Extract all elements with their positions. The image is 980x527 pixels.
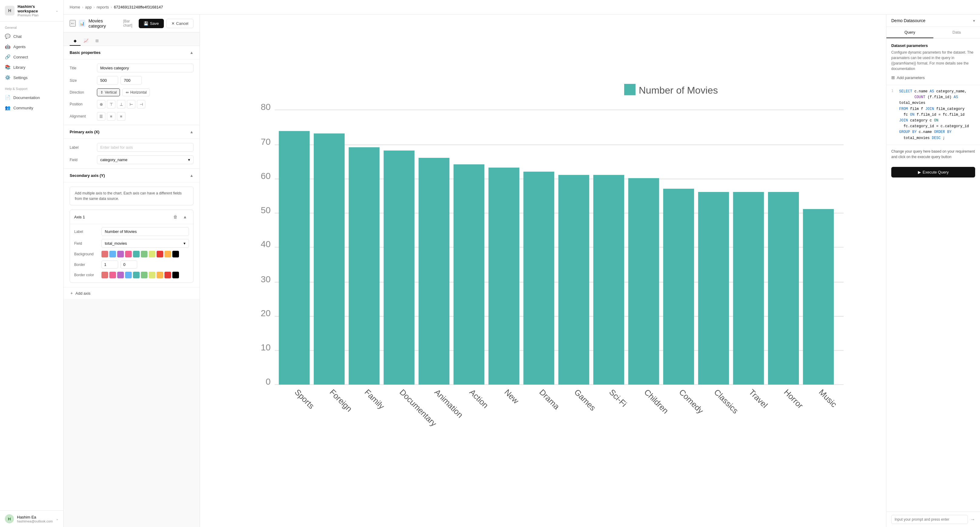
direction-label: Direction (70, 90, 97, 94)
add-params-button[interactable]: ⊞ Add parameters (891, 75, 925, 80)
axis-label-label: Label (70, 145, 97, 150)
execute-query-button[interactable]: ▶ Execute Query (891, 167, 975, 177)
user-menu-chevron-icon[interactable]: ⌄ (56, 517, 59, 521)
basic-properties-header[interactable]: Basic properties ▲ (64, 46, 200, 59)
horizontal-direction-button[interactable]: ⇔ Horizontal (123, 88, 150, 96)
add-axis-icon: ＋ (70, 290, 73, 296)
pos-left-button[interactable]: ⊢ (127, 100, 135, 108)
sidebar-item-connect[interactable]: 🔗 Connect (0, 52, 63, 62)
xlabel-sports: Sports (293, 388, 316, 411)
back-button[interactable]: ← (70, 20, 76, 27)
sidebar-item-documentation[interactable]: 📄 Documentation (0, 92, 63, 103)
bg-color-swatch-8[interactable] (164, 251, 171, 258)
line-number: 1 (891, 89, 896, 141)
axis-delete-button[interactable]: 🗑 (172, 213, 179, 221)
border-color-swatch-7[interactable] (157, 272, 163, 279)
axis1-label-input[interactable] (102, 227, 189, 236)
tab-query[interactable]: Query (886, 27, 933, 38)
height-input[interactable] (121, 76, 142, 85)
position-row: Position ⊕ ⊤ ⊥ ⊢ ⊣ (70, 100, 194, 108)
border-color-swatch-2[interactable] (117, 272, 124, 279)
tab-table[interactable]: ⊞ (91, 36, 102, 46)
y-label-30: 30 (261, 274, 271, 284)
width-input[interactable] (97, 76, 118, 85)
axis-collapse-button[interactable]: ▲ (181, 213, 189, 221)
border-color-swatch-3[interactable] (125, 272, 132, 279)
align-right-button[interactable]: ≡ (117, 112, 126, 121)
sidebar-item-agents[interactable]: 🤖 Agents (0, 41, 63, 52)
axis-card-title: Axis 1 (74, 215, 85, 219)
bg-color-swatch-1[interactable] (109, 251, 116, 258)
kw-select: SELECT (899, 89, 912, 94)
breadcrumb-app[interactable]: app (85, 5, 92, 10)
panel-tabs: ◆ 📈 ⊞ (64, 32, 200, 46)
sidebar-item-settings[interactable]: ⚙️ Settings (0, 72, 63, 83)
cancel-button[interactable]: ✕ Cancel (166, 19, 194, 28)
breadcrumb-reports[interactable]: reports (97, 5, 109, 10)
secondary-axis-header[interactable]: Secondary axis (Y) ▲ (64, 169, 200, 182)
help-label: Help & Support (0, 83, 63, 92)
bg-color-swatch-5[interactable] (141, 251, 148, 258)
main: Home › app › reports › 672469131248ffe4f… (64, 0, 980, 527)
bg-color-swatch-0[interactable] (102, 251, 108, 258)
align-center-button[interactable]: ≡ (107, 112, 115, 121)
pos-right-button[interactable]: ⊣ (137, 100, 145, 108)
kw-groupby: GROUP BY (899, 130, 917, 134)
vertical-direction-button[interactable]: ⇕ Vertical (97, 88, 120, 96)
bar-scifi (593, 175, 624, 384)
sidebar-header: H Hashim's workspace Premium Plan ⌄ (0, 0, 63, 22)
bg-color-swatch-9[interactable] (172, 251, 179, 258)
bg-color-swatch-7[interactable] (157, 251, 163, 258)
bg-color-swatch-2[interactable] (117, 251, 124, 258)
border-color-swatch-0[interactable] (102, 272, 108, 279)
pos-top-button[interactable]: ⊤ (107, 100, 115, 108)
bg-color-swatch-3[interactable] (125, 251, 132, 258)
library-icon: 📚 (5, 65, 10, 70)
prompt-send-button[interactable]: → (970, 517, 975, 522)
user-name: Hashim Ea (17, 515, 53, 519)
border-width-input[interactable] (102, 261, 118, 269)
xlabel-comedy: Comedy (678, 388, 705, 416)
axis-field-select[interactable]: category_name ▾ (97, 155, 194, 164)
title-input[interactable] (97, 64, 194, 72)
tab-data[interactable]: Data (933, 27, 980, 38)
sql-code[interactable]: SELECT c.name AS category_name, COUNT (f… (899, 89, 975, 141)
border-color-swatch-9[interactable] (172, 272, 179, 279)
tab-properties[interactable]: ◆ (70, 36, 81, 46)
border-color-swatch-6[interactable] (149, 272, 155, 279)
pos-center-button[interactable]: ⊕ (97, 100, 105, 108)
workspace-chevron-icon[interactable]: ⌄ (56, 8, 59, 13)
xlabel-children: Children (642, 388, 670, 416)
axis1-border-color-row: Border color (74, 272, 189, 279)
bg-color-swatch-6[interactable] (149, 251, 155, 258)
tab-chart[interactable]: 📈 (81, 36, 91, 46)
xlabel-new: New (503, 388, 521, 406)
axis1-bg-label: Background (74, 252, 102, 256)
sidebar-item-community[interactable]: 👥 Community (0, 103, 63, 113)
axis-label-input[interactable] (97, 143, 194, 152)
primary-axis-header[interactable]: Primary axis (X) ▲ (64, 126, 200, 139)
add-axis-button[interactable]: ＋ Add axis (64, 287, 200, 299)
save-button[interactable]: 💾 Save (139, 19, 164, 28)
datasource-select[interactable]: Demo Datasource ▾ (891, 18, 975, 23)
sidebar-item-library[interactable]: 📚 Library (0, 62, 63, 72)
horizontal-label: Horizontal (130, 90, 146, 94)
breadcrumb-home[interactable]: Home (70, 5, 80, 10)
bg-color-swatch-4[interactable] (133, 251, 140, 258)
align-left-button[interactable]: ☰ (97, 112, 105, 121)
border-color-swatch-4[interactable] (133, 272, 140, 279)
axis-tooltip: Add multiple axis to the chart. Each axi… (70, 186, 194, 205)
size-inputs (97, 76, 142, 85)
basic-properties-section: Basic properties ▲ Title Size (64, 46, 200, 125)
sql-count-arg: (f.film_id) (928, 95, 954, 99)
pos-bottom-button[interactable]: ⊥ (117, 100, 126, 108)
sidebar: H Hashim's workspace Premium Plan ⌄ Gene… (0, 0, 64, 527)
border-color-swatch-8[interactable] (164, 272, 171, 279)
sidebar-item-chat[interactable]: 💬 Chat (0, 31, 63, 41)
border-color-swatch-5[interactable] (141, 272, 148, 279)
workspace-logo: H (5, 6, 14, 16)
prompt-input[interactable] (891, 515, 968, 524)
border-radius-input[interactable] (121, 261, 137, 269)
border-color-swatch-1[interactable] (109, 272, 116, 279)
axis1-field-select[interactable]: total_movies ▾ (102, 239, 189, 248)
